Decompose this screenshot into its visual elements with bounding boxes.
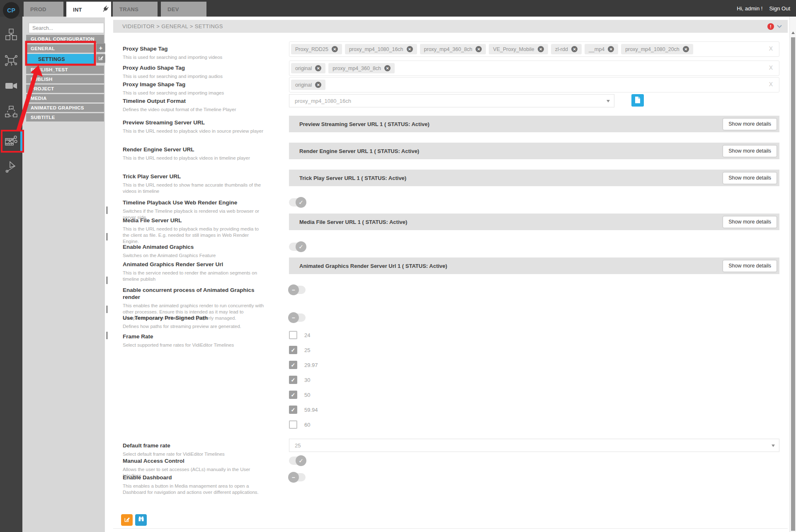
remove-tag-icon[interactable]: ✕ [407,46,413,52]
frame-rate-option: 59.94 [289,406,779,414]
sidebar-item-subtitle[interactable]: SUBTITLE [26,113,104,121]
automation-icon[interactable] [4,54,18,68]
checkbox-60[interactable] [289,420,297,429]
video-editor-icon[interactable] [4,134,18,148]
timeline-playback-toggle[interactable] [289,198,306,206]
remove-tag-icon[interactable]: ✕ [683,46,689,52]
scrollbar-thumb[interactable] [791,37,795,531]
tab-prod[interactable]: PROD [24,2,63,17]
sidebar-item-settings[interactable]: SETTINGS [26,54,95,64]
error-icon[interactable]: ! [767,23,774,30]
tag-chip: original✕ [291,80,325,90]
tab-trans[interactable]: TRANS [113,2,158,17]
field-description: This is used for searching and importing… [123,54,266,61]
search-settings-button[interactable] [135,514,147,526]
field-proxy-shape-tag: Proxy Shape Tag This is used for searchi… [123,41,779,61]
sign-out-link[interactable]: Sign Out [769,5,790,12]
field-label: Timeline Playback Use Web Render Engine [123,199,266,206]
select-value: proxy_mp4_1080_16ch [295,98,351,104]
checkbox-29-97[interactable] [289,361,297,369]
proxy-image-shape-tag-input[interactable]: original✕ X [289,77,779,92]
avatar-initials: CP [7,7,15,14]
edit-section-button[interactable] [96,54,105,63]
show-more-details-button[interactable]: Show more details [723,146,777,157]
show-more-details-button[interactable]: Show more details [723,172,777,184]
timeline-output-format-select[interactable]: proxy_mp4_1080_16ch [289,94,614,107]
caret-down-icon [607,100,610,102]
clear-all-icon[interactable]: X [769,45,773,52]
tab-dev[interactable]: DEV [161,2,206,17]
presigned-path-toggle[interactable] [289,313,306,322]
toggle-knob [296,197,306,208]
scroll-up-icon[interactable] [791,32,795,34]
checkbox-label: 30 [304,377,310,383]
sidebar-item-publish-test[interactable]: PUBLISH_TEST [26,66,104,74]
browse-format-button[interactable] [631,94,644,107]
tab-trans-label: TRANS [119,6,138,12]
default-frame-rate-select[interactable]: 25 [289,439,779,452]
checkbox-label: 24 [304,332,310,338]
concurrent-render-toggle[interactable] [289,286,306,294]
add-section-button[interactable]: + [96,43,105,52]
enable-dashboard-toggle[interactable] [289,473,306,481]
checkbox-59-94[interactable] [289,406,297,414]
modules-icon[interactable] [4,27,18,41]
field-label: Frame Rate [123,333,266,340]
checkbox-label: 60 [304,422,310,428]
show-more-details-button[interactable]: Show more details [723,260,777,272]
tag-chip: __mp4✕ [585,44,618,54]
remove-tag-icon[interactable]: ✕ [332,46,338,52]
avatar[interactable]: CP [3,2,19,19]
checkbox-50[interactable] [289,391,297,399]
sidebar-item-publish[interactable]: PUBLISH [26,75,104,83]
scrollbar[interactable] [789,17,796,532]
sidebar-item-media[interactable]: MEDIA [26,94,104,102]
plus-icon: + [99,44,103,51]
proxy-shape-tag-input[interactable]: Proxy_RDD25✕ proxy_mp4_1080_16ch✕ proxy_… [289,41,779,57]
plug-icon [101,5,109,15]
user-greeting: Hi, admin ! [737,5,762,12]
clear-all-icon[interactable]: X [769,64,773,71]
remove-tag-icon[interactable]: ✕ [315,65,321,71]
remove-tag-icon[interactable]: ✕ [476,46,482,52]
remove-tag-icon[interactable]: ✕ [384,65,391,71]
checkbox-label: 50 [304,392,310,398]
workflow-icon[interactable] [4,105,18,119]
sidebar-item-general[interactable]: GENERAL [26,44,95,53]
remove-tag-icon[interactable]: ✕ [571,46,578,52]
field-animated-graphics-render-server: Animated Graphics Render Server Url This… [123,257,779,282]
gutter-tick [107,206,107,214]
clear-all-icon[interactable]: X [769,81,773,87]
frame-rate-option: 60 [289,420,779,429]
field-label: Enable Animated Graphics [123,243,266,250]
sidebar-item-animated-graphics[interactable]: ANIMATED GRAPHICS [26,104,104,112]
divider [113,528,788,529]
checkbox-25[interactable] [289,346,297,354]
checkbox-30[interactable] [289,376,297,384]
remove-tag-icon[interactable]: ✕ [315,82,321,88]
search-input[interactable] [29,23,104,33]
camera-icon[interactable] [4,79,18,93]
show-more-details-button[interactable]: Show more details [723,119,777,130]
active-app-indicator [20,131,23,152]
sidebar-item-project[interactable]: PROJECT [26,85,104,93]
tag-label: __mp4 [589,46,604,52]
tab-prod-label: PROD [30,6,46,12]
proxy-audio-shape-tag-input[interactable]: original✕ proxy_mp4_360_8ch✕ X [289,61,779,76]
sidebar-item-global-configuration[interactable]: GLOBAL CONFIGURATION [26,35,104,43]
toggle-knob [288,284,299,295]
tab-int[interactable]: INT [66,2,111,17]
chevron-down-icon[interactable] [777,23,782,29]
remove-tag-icon[interactable]: ✕ [538,46,544,52]
show-more-details-button[interactable]: Show more details [723,216,777,228]
remove-tag-icon[interactable]: ✕ [608,46,614,52]
enable-animated-graphics-toggle[interactable] [289,243,306,251]
tag-label: proxy_mp4_360_8ch [332,66,381,71]
publish-icon[interactable] [4,160,18,174]
tag-label: original [295,82,312,88]
edit-settings-button[interactable] [121,514,133,526]
server-status-bar: Preview Streaming Server URL 1 ( STATUS:… [289,116,779,132]
manual-access-control-toggle[interactable] [289,457,306,465]
checkbox-24[interactable] [289,331,297,339]
field-label: Animated Graphics Render Server Url [123,261,266,268]
